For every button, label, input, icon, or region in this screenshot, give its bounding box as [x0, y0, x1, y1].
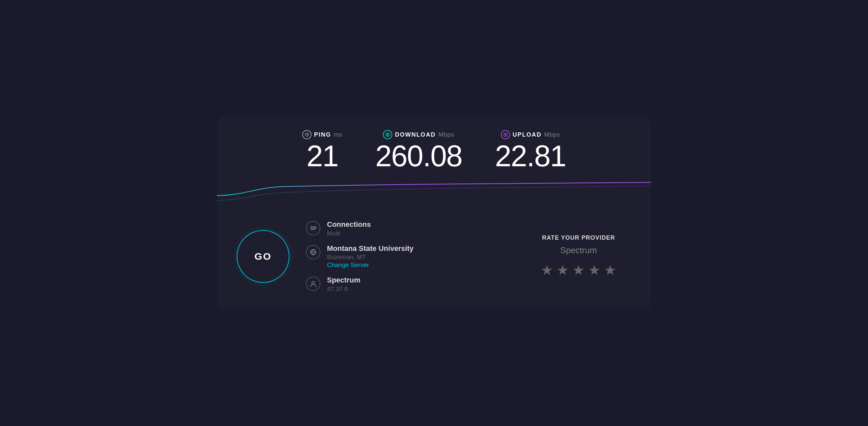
go-button-wrapper: GO: [237, 230, 289, 283]
star-rating[interactable]: ★ ★ ★ ★ ★: [532, 262, 625, 278]
speed-graph: [217, 177, 651, 207]
isp-item: Spectrum 47.37.8: [306, 276, 516, 292]
isp-text: Spectrum 47.37.8: [327, 276, 360, 292]
isp-label: Spectrum: [327, 276, 360, 285]
upload-stat: UPLOAD Mbps 22.81: [495, 130, 566, 171]
download-value: 260.08: [375, 141, 462, 171]
main-content: GO Connections Multi: [217, 210, 651, 296]
ping-stat: PING ms 21: [302, 130, 342, 171]
star-1[interactable]: ★: [541, 262, 553, 278]
ping-label-row: PING ms: [302, 130, 342, 139]
connections-item: Connections Multi: [306, 220, 516, 237]
download-icon: [383, 130, 392, 139]
download-unit: Mbps: [438, 131, 454, 138]
rate-provider-title: RATE YOUR PROVIDER: [532, 234, 625, 241]
info-list: Connections Multi Montana State Universi…: [306, 220, 516, 292]
go-button[interactable]: GO: [237, 230, 289, 283]
download-stat: DOWNLOAD Mbps 260.08: [375, 130, 462, 171]
isp-ip: 47.37.8: [327, 286, 360, 293]
server-location: Bozeman, MT: [327, 254, 413, 261]
stats-row: PING ms 21 DOWNLOAD Mbps 260.08: [217, 117, 651, 177]
server-item: Montana State University Bozeman, MT Cha…: [306, 244, 516, 269]
ping-icon: [302, 130, 311, 139]
star-4[interactable]: ★: [588, 262, 600, 278]
upload-value: 22.81: [495, 141, 566, 171]
connections-text: Connections Multi: [327, 220, 371, 237]
svg-point-4: [312, 282, 314, 284]
server-icon: [306, 245, 320, 259]
upload-label: UPLOAD: [513, 131, 542, 138]
upload-unit: Mbps: [544, 131, 560, 138]
server-label: Montana State University: [327, 244, 413, 253]
upload-icon: [501, 130, 510, 139]
connections-value: Multi: [327, 230, 371, 237]
star-3[interactable]: ★: [572, 262, 585, 278]
download-label: DOWNLOAD: [395, 131, 436, 138]
download-label-row: DOWNLOAD Mbps: [375, 130, 462, 139]
ping-label: PING: [314, 131, 331, 138]
speedtest-card: PING ms 21 DOWNLOAD Mbps 260.08: [217, 117, 651, 309]
change-server-link[interactable]: Change Server: [327, 261, 413, 269]
connections-icon: [306, 221, 320, 235]
ping-value: 21: [302, 141, 342, 171]
star-5[interactable]: ★: [604, 262, 616, 278]
server-text: Montana State University Bozeman, MT Cha…: [327, 244, 413, 269]
rate-provider-name: Spectrum: [532, 245, 625, 256]
upload-label-row: UPLOAD Mbps: [495, 130, 566, 139]
connections-label: Connections: [327, 220, 371, 229]
star-2[interactable]: ★: [557, 262, 569, 278]
isp-icon: [306, 276, 320, 291]
rate-provider-section: RATE YOUR PROVIDER Spectrum ★ ★ ★ ★ ★: [532, 234, 625, 278]
ping-unit: ms: [334, 131, 342, 138]
